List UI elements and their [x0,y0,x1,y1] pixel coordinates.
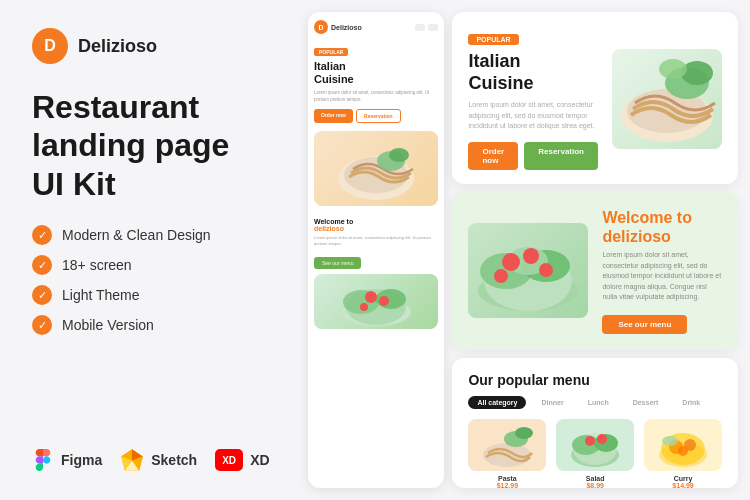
pasta-mini [480,421,535,469]
pasta-illustration-desktop [615,51,720,146]
sketch-label: Sketch [151,452,197,468]
svg-point-28 [523,248,539,264]
desktop-top-heading: Italian Cuisine [468,51,598,94]
check-icon: ✓ [32,225,52,245]
menu-tab-dessert[interactable]: Dessert [624,396,668,409]
mobile-buttons: Order now Reservation [314,109,438,123]
mobile-see-menu-btn[interactable]: See our menu [314,257,361,269]
desktop-see-menu-btn[interactable]: See our menu [602,315,687,334]
mobile-section2-desc: Lorem ipsum dolor sit amet, consectetur … [314,235,438,246]
svg-point-39 [597,434,607,444]
mobile-desc: Lorem ipsum dolor sit amet, consectetur … [314,90,438,103]
title-line3: UI Kit [32,166,116,202]
sketch-tool: Sketch [120,448,197,472]
xd-icon: XD [215,449,243,471]
desktop-card-bot: Our popular menu All category Dinner Lun… [452,358,738,488]
menu-item-image [556,419,634,471]
title-line2: landing page [32,127,229,163]
mobile-order-btn[interactable]: Order now [314,109,353,123]
svg-point-14 [365,291,377,303]
menu-item-price: $12.99 [497,482,518,488]
logo-circle: D [32,28,68,64]
mobile-heading: ItalianCuisine [314,60,438,86]
xd-label: XD [250,452,269,468]
desktop-reservation-btn[interactable]: Reservation [524,142,598,170]
desktop-mid-desc: Lorem ipsum dolor sit amet, consectetur … [602,250,722,303]
menu-items: Pasta $12.99 Sa [468,419,722,488]
desktop-top-tag: POPULAR [468,34,518,45]
mobile-logo-text: Delizioso [331,24,362,31]
tools-area: Figma Sketch XD XD [32,448,268,472]
menu-item: Pasta $12.99 [468,419,546,488]
menu-tab-dinner[interactable]: Dinner [532,396,572,409]
svg-point-15 [379,296,389,306]
mobile-reservation-btn[interactable]: Reservation [356,109,401,123]
title-line1: Restaurant [32,89,199,125]
main-title: Restaurant landing page UI Kit [32,88,268,203]
menu-tab-all[interactable]: All category [468,396,526,409]
svg-point-16 [360,303,368,311]
menu-item-name: Salad [586,475,605,482]
desktop-mid-text: Welcome to delizioso Lorem ipsum dolor s… [602,208,722,334]
mobile-nav-icon [428,24,438,31]
left-panel: D Delizioso Restaurant landing page UI K… [0,0,300,500]
menu-tab-drink[interactable]: Drink [673,396,709,409]
check-icon: ✓ [32,255,52,275]
menu-item-image [468,419,546,471]
mobile-nav-icon [415,24,425,31]
figma-tool: Figma [32,449,102,471]
mobile-logo-circle: D [314,20,328,34]
right-panel: D Delizioso POPULAR ItalianCuisine Lorem… [300,0,750,500]
menu-item-price: $14.99 [672,482,693,488]
menu-item-name: Curry [674,475,693,482]
menu-tabs: All category Dinner Lunch Dessert Drink [468,396,722,409]
salad-illustration-mobile [336,277,416,327]
pasta-illustration [331,133,421,203]
desktop-order-btn[interactable]: Order now [468,142,518,170]
menu-item-price: $8.99 [586,482,604,488]
xd-tool: XD XD [215,449,269,471]
mobile-mockup: D Delizioso POPULAR ItalianCuisine Lorem… [308,12,444,488]
desktop-mid-heading: Welcome to delizioso [602,208,722,246]
mobile-section2-subtitle: delizioso [314,225,438,232]
menu-item-image [644,419,722,471]
feature-item: ✓ 18+ screen [32,255,268,275]
svg-point-27 [502,253,520,271]
salad-illustration-desktop [471,226,586,316]
salad-mini [568,421,623,469]
desktop-bot-title: Our popular menu [468,372,722,388]
mobile-nav-icons [415,24,438,31]
check-icon: ✓ [32,315,52,335]
mobile-section2: Welcome to delizioso Lorem ipsum dolor s… [314,214,438,329]
menu-tab-lunch[interactable]: Lunch [579,396,618,409]
desktop-card-top: POPULAR Italian Cuisine Lorem ipsum dolo… [452,12,738,184]
check-icon: ✓ [32,285,52,305]
svg-point-29 [539,263,553,277]
menu-item: Curry $14.99 [644,419,722,488]
sketch-icon [120,448,144,472]
desktop-card-mid: Welcome to delizioso Lorem ipsum dolor s… [452,192,738,350]
desktop-mid-food-image [468,223,588,318]
mobile-salad-image [314,274,438,329]
features-list: ✓ Modern & Clean Design ✓ 18+ screen ✓ L… [32,225,268,335]
logo-area: D Delizioso [32,28,268,64]
figma-icon [32,449,54,471]
desktop-top-text: POPULAR Italian Cuisine Lorem ipsum dolo… [468,28,598,170]
desktop-top-food-image [612,49,722,149]
mobile-food-image [314,131,438,206]
mobile-column: D Delizioso POPULAR ItalianCuisine Lorem… [308,12,444,488]
curry-mini [656,421,711,469]
mobile-logo: D Delizioso [314,20,362,34]
logo-name: Delizioso [78,36,157,57]
svg-point-30 [494,269,508,283]
svg-point-21 [659,59,687,79]
feature-item: ✓ Light Theme [32,285,268,305]
menu-item-name: Pasta [498,475,517,482]
desktop-top-buttons: Order now Reservation [468,142,598,170]
desktop-top-desc: Lorem ipsum dolor sit amet, consectetur … [468,100,598,132]
figma-label: Figma [61,452,102,468]
svg-point-9 [389,148,409,162]
svg-point-45 [662,436,678,446]
mobile-section2-title: Welcome to [314,218,438,225]
svg-point-38 [585,436,595,446]
